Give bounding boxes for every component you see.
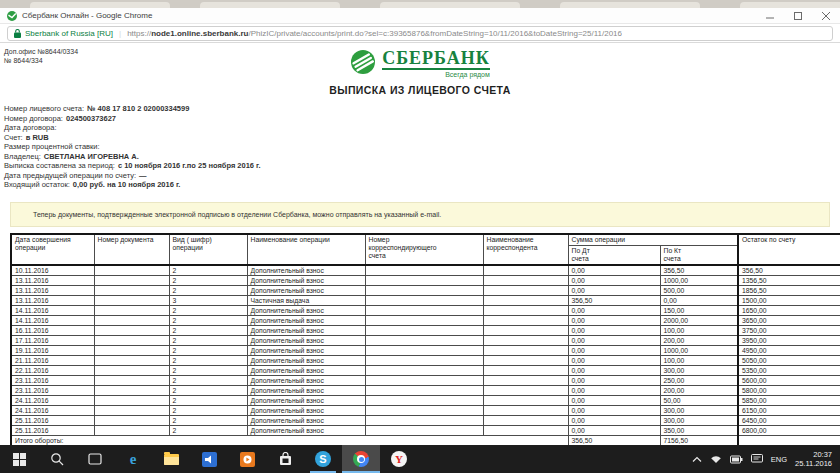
table-row: 13.11.20163Частичная выдача356,500,00150… (11, 295, 840, 305)
table-row: 21.11.20162Дополнительный взнос0,00100,0… (11, 355, 840, 365)
battery-icon[interactable] (730, 455, 743, 464)
table-row: 13.11.20162Дополнительный взнос0,00500,0… (11, 285, 840, 295)
detail-line: Размер процентной ставки: (4, 142, 840, 152)
chrome-icon (353, 451, 369, 467)
table-row: 24.11.20162Дополнительный взнос0,0050,00… (11, 395, 840, 405)
taskbar-store[interactable] (266, 445, 304, 473)
table-row: 23.11.20162Дополнительный взнос0,00250,0… (11, 375, 840, 385)
lock-icon (14, 29, 21, 38)
maximize-button[interactable] (784, 8, 812, 23)
notice-banner: Теперь документы, подтвержденные электро… (10, 202, 830, 227)
sberbank-logo: СБЕРБАНК Всегда рядом (0, 43, 840, 78)
table-row: 17.11.20162Дополнительный взнос0,00200,0… (11, 335, 840, 345)
identity-separator: | (119, 29, 121, 38)
table-row: 23.11.20162Дополнительный взнос0,00200,0… (11, 385, 840, 395)
taskbar-search-button[interactable] (38, 445, 76, 473)
branch-office-info: Доп.офис №8644/0334 № 8644/334 (4, 47, 78, 65)
window-controls (756, 8, 840, 23)
sberbank-logo-icon (350, 49, 376, 75)
detail-line: Дата договора: (4, 123, 840, 133)
table-row: 10.11.20162Дополнительный взнос0,00356,5… (11, 265, 840, 276)
folder-icon (164, 454, 179, 465)
col-header-credit: По Кт счета (660, 245, 738, 265)
totals-balance-empty (738, 435, 840, 446)
taskbar-yandex[interactable]: Y (380, 445, 418, 473)
background-tab (380, 2, 520, 8)
detail-line: Дата предыдущей операции по счету:— (4, 171, 840, 181)
page-url: https://node1.online.sberbank.ru/PhizIC/… (127, 29, 622, 38)
windows-logo-icon (13, 453, 26, 466)
document-title: ВЫПИСКА ИЗ ЛИЦЕВОГО СЧЕТА (0, 84, 840, 96)
message-icon[interactable] (751, 454, 763, 464)
detail-line: Счет:в RUB (4, 133, 840, 143)
background-tab (560, 2, 700, 8)
address-field[interactable]: Sberbank of Russia [RU] | https://node1.… (7, 26, 833, 41)
wifi-icon[interactable] (710, 454, 722, 464)
table-row: 24.11.20162Дополнительный взнос0,00300,0… (11, 405, 840, 415)
account-details: Номер лицевого счета:№ 408 17 810 2 0200… (4, 104, 840, 190)
site-identity: Sberbank of Russia [RU] (25, 29, 113, 38)
sberbank-favicon-icon (7, 11, 17, 21)
yandex-icon: Y (391, 451, 407, 467)
window-title: Сбербанк Онлайн - Google Chrome (22, 11, 152, 20)
table-header: Дата совершения операции Номер документа… (11, 234, 840, 265)
taskbar: e S Y (0, 445, 840, 473)
col-header-operation-name: Наименование операции (247, 234, 365, 265)
detail-line: Владелец:СВЕТЛАНА ИГОРЕВНА А. (4, 152, 840, 162)
detail-line: Номер договора:024500373627 (4, 114, 840, 124)
statement-page: Доп.офис №8644/0334 № 8644/334 СБЕРБАНК … (0, 43, 840, 448)
taskbar-file-explorer[interactable] (152, 445, 190, 473)
start-button[interactable] (0, 445, 38, 473)
table-row: 19.11.20162Дополнительный взнос0,001000,… (11, 345, 840, 355)
statement-table: Дата совершения операции Номер документа… (10, 233, 840, 447)
detail-line: Входящий остаток:0,00 руб. на 10 ноября … (4, 180, 840, 190)
background-windows-strip (0, 0, 840, 8)
window-titlebar: Сбербанк Онлайн - Google Chrome (0, 8, 840, 24)
language-indicator[interactable]: ENG (771, 455, 787, 464)
table-row: 14.11.20162Дополнительный взнос0,00150,0… (11, 305, 840, 315)
table-row: 14.11.20162Дополнительный взнос0,002000,… (11, 315, 840, 325)
col-header-corr-account: Номер корреспондирующего счета (365, 234, 483, 265)
totals-row: Итого обороты: 356,50 7156,50 (11, 435, 840, 446)
detail-line: Номер лицевого счета:№ 408 17 810 2 0200… (4, 104, 840, 114)
background-tab (30, 2, 170, 8)
table-row: 16.11.20162Дополнительный взнос0,00100,0… (11, 325, 840, 335)
col-header-balance: Остаток по счету (738, 234, 840, 265)
taskbar-clock[interactable]: 20:37 25.11.2016 (795, 450, 832, 468)
taskbar-edge[interactable]: e (114, 445, 152, 473)
task-view-button[interactable] (76, 445, 114, 473)
close-button[interactable] (812, 8, 840, 23)
background-tab (740, 2, 840, 8)
table-row: 25.11.20162Дополнительный взнос0,00300,0… (11, 415, 840, 425)
brand-name: СБЕРБАНК (382, 49, 490, 70)
search-icon (50, 452, 64, 466)
speaker-icon (202, 452, 217, 467)
detail-line: Выписка составлена за период:с 10 ноября… (4, 161, 840, 171)
edge-icon: e (130, 452, 137, 467)
col-header-doc-number: Номер документа (94, 234, 169, 265)
statement-totals: Итого обороты: 356,50 7156,50 (11, 435, 840, 446)
minimize-button[interactable] (756, 8, 784, 23)
tray-time: 20:37 (795, 450, 832, 459)
task-view-icon (88, 453, 102, 465)
taskbar-audio-app[interactable] (190, 445, 228, 473)
taskbar-media-app[interactable] (228, 445, 266, 473)
taskbar-skype[interactable]: S (304, 445, 342, 473)
system-tray: ENG 20:37 25.11.2016 (692, 445, 840, 473)
col-header-corr-name: Наименование корреспондента (483, 234, 568, 265)
taskbar-chrome[interactable] (342, 445, 380, 473)
col-header-debit: По Дт счета (568, 245, 660, 265)
background-tab (200, 2, 340, 8)
branch-office-line: № 8644/334 (4, 56, 78, 65)
play-icon (240, 452, 255, 467)
table-row: 22.11.20162Дополнительный взнос0,00300,0… (11, 365, 840, 375)
statement-body: 10.11.20162Дополнительный взнос0,00356,5… (11, 265, 840, 436)
store-bag-icon (279, 452, 292, 466)
table-row: 13.11.20162Дополнительный взнос0,001000,… (11, 275, 840, 285)
brand-tagline: Всегда рядом (382, 71, 490, 78)
col-header-operation-kind: Вид ( шифр) операции (169, 234, 247, 265)
tray-chevron-up-icon[interactable] (692, 456, 702, 463)
tray-date: 25.11.2016 (795, 459, 832, 468)
url-bar: Sberbank of Russia [RU] | https://node1.… (0, 24, 840, 43)
totals-credit: 7156,50 (660, 435, 738, 446)
